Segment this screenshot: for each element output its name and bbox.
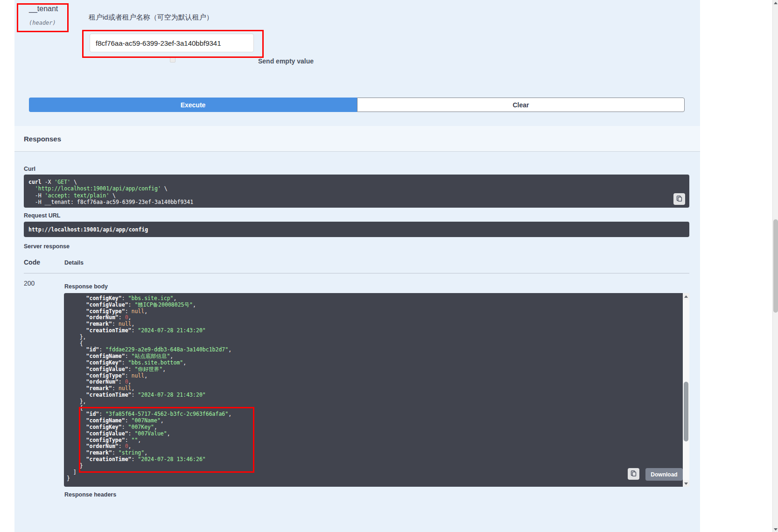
code-line: }, xyxy=(67,334,680,341)
code-line: "configKey": "bbs.site.icp", xyxy=(67,295,680,302)
code-line: "id": "3fa85f64-5717-4562-b3fc-2c963f66a… xyxy=(67,411,680,418)
code-line: "configKey": "007Key", xyxy=(67,424,680,431)
code-line: "creationTime": "2024-07-28 21:43:20" xyxy=(67,392,680,399)
code-line: "configType": null, xyxy=(67,308,680,315)
send-empty-value-label: Send empty value xyxy=(258,57,314,65)
code-line: -H __tenant: f8cf76aa-ac59-6399-23ef-3a1… xyxy=(28,199,685,205)
request-url-block: http://localhost:19001/api/app/config xyxy=(24,222,689,237)
response-headers-label: Response headers xyxy=(64,491,116,498)
page-scrollbar-thumb[interactable] xyxy=(773,219,778,313)
code-line: "remark": null, xyxy=(67,385,680,392)
request-url-label: Request URL xyxy=(24,212,60,219)
code-line: "configValue": "你好世界", xyxy=(67,366,680,373)
code-column-header: Code xyxy=(24,259,40,266)
code-line: -H 'accept: text/plain' \ xyxy=(28,192,685,199)
page-scroll-down-arrow-icon[interactable] xyxy=(773,526,778,532)
responses-title: Responses xyxy=(24,135,61,143)
code-line: }, xyxy=(67,399,680,405)
send-empty-value-checkbox[interactable] xyxy=(170,57,175,63)
code-line: ] xyxy=(67,469,680,476)
response-body-scrollbar-thumb[interactable] xyxy=(684,382,688,441)
code-line: "orderNum": 0, xyxy=(67,315,680,321)
code-line: "configKey": "bbs.site.bottom", xyxy=(67,360,680,366)
copy-icon xyxy=(676,195,683,203)
code-line: "configType": null, xyxy=(67,373,680,379)
code-line: "orderNum": 0, xyxy=(67,443,680,450)
table-header-divider xyxy=(24,273,689,273)
code-line: "configValue": "赣ICP备20008025号", xyxy=(67,302,680,308)
curl-label: Curl xyxy=(24,166,35,172)
code-line: "configName": "站点底部信息", xyxy=(67,353,680,360)
execute-button[interactable]: Execute xyxy=(29,98,357,112)
response-body-scrollbar[interactable] xyxy=(683,293,689,487)
status-code: 200 xyxy=(24,280,35,287)
swagger-operation-panel: __tenant (header) 租户id或者租户名称（可空为默认租户） Se… xyxy=(0,0,778,532)
code-line: "remark": "string", xyxy=(67,450,680,456)
tenant-input[interactable] xyxy=(90,34,254,52)
page-scrollbar[interactable] xyxy=(772,0,778,532)
code-line: "configType": "", xyxy=(67,437,680,444)
copy-icon xyxy=(630,470,637,478)
code-line: "configName": "007Name", xyxy=(67,418,680,424)
code-line: } xyxy=(67,463,680,469)
code-line: "creationTime": "2024-07-28 21:43:20" xyxy=(67,328,680,334)
code-line: { xyxy=(67,405,680,412)
curl-code: curl -X 'GET' \ 'http://localhost:19001/… xyxy=(28,179,685,205)
copy-response-button[interactable] xyxy=(628,468,639,480)
curl-command-block: curl -X 'GET' \ 'http://localhost:19001/… xyxy=(24,175,689,208)
response-body-label: Response body xyxy=(64,283,108,290)
code-line: } xyxy=(67,476,680,482)
details-column-header: Details xyxy=(64,259,84,266)
code-line: "orderNum": 0, xyxy=(67,379,680,385)
code-line: "configValue": "007Value", xyxy=(67,431,680,437)
parameter-description: 租户id或者租户名称（可空为默认租户） xyxy=(89,13,213,22)
scroll-up-arrow-icon[interactable] xyxy=(683,293,689,300)
responses-section-header xyxy=(14,126,700,152)
parameter-name: __tenant xyxy=(29,5,58,13)
copy-curl-button[interactable] xyxy=(673,193,685,205)
clear-button[interactable]: Clear xyxy=(357,98,685,112)
download-button[interactable]: Download xyxy=(645,468,683,481)
page-scroll-up-arrow-icon[interactable] xyxy=(773,0,778,6)
code-line: curl -X 'GET' \ xyxy=(28,179,685,185)
scroll-down-arrow-icon[interactable] xyxy=(683,480,689,487)
response-body-code: "configKey": "bbs.site.icp", "configValu… xyxy=(67,295,680,482)
response-body-block: "configKey": "bbs.site.icp", "configValu… xyxy=(64,293,689,487)
code-line: "creationTime": "2024-07-28 13:46:26" xyxy=(67,456,680,463)
code-line: "remark": null, xyxy=(67,321,680,328)
code-line: { xyxy=(67,341,680,347)
code-line: 'http://localhost:19001/api/app/config' … xyxy=(28,185,685,192)
code-line: "id": "fddae229-a2e9-ddb3-648a-3a140bc1b… xyxy=(67,347,680,353)
server-response-label: Server response xyxy=(24,243,70,250)
request-url-value: http://localhost:19001/api/app/config xyxy=(28,226,148,233)
parameter-location: (header) xyxy=(29,20,56,26)
